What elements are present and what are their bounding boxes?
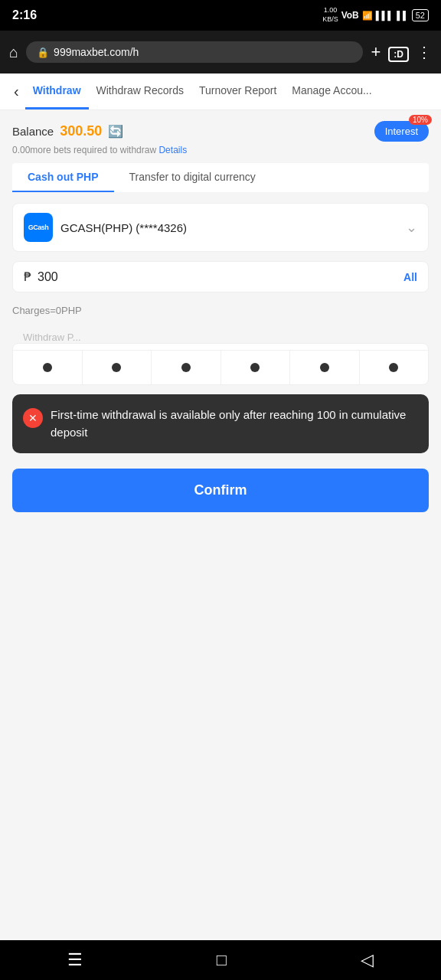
bottom-nav: ☰ □ ◁ — [0, 940, 441, 980]
sub-tab-cashout[interactable]: Cash out PHP — [12, 163, 114, 192]
tab-manage-account[interactable]: Manage Accou... — [284, 74, 379, 109]
withdraw-pw-label: Withdraw P... — [23, 332, 81, 343]
nav-tabs: ‹ Withdraw Withdraw Records Turnover Rep… — [0, 74, 441, 110]
amount-input-card: ₱ All — [12, 261, 429, 292]
tooltip-close-button[interactable]: ✕ — [23, 408, 43, 428]
balance-left: Balance 300.50 🔄 — [12, 123, 123, 139]
charges-text: Charges=0PHP — [12, 302, 429, 324]
signal-icon: ▌▌▌ — [376, 11, 394, 20]
tab-count: :D — [388, 47, 409, 62]
gcash-logo-text: GCash — [28, 224, 49, 231]
browser-home-button[interactable]: ⌂ — [9, 44, 18, 61]
payment-name: GCASH(PHP) (****4326) — [60, 221, 398, 234]
sub-tabs: Cash out PHP Transfer to digital currenc… — [12, 163, 429, 192]
interest-label: Interest — [385, 126, 418, 137]
browser-menu-button[interactable]: ⋮ — [416, 43, 432, 61]
chevron-down-icon: ⌄ — [406, 219, 417, 236]
details-link[interactable]: Details — [158, 145, 187, 155]
pin-dot-3[interactable] — [152, 351, 221, 384]
back-button[interactable]: ‹ — [8, 74, 25, 109]
withdraw-password-section: Withdraw P... — [12, 324, 429, 343]
refresh-icon[interactable]: 🔄 — [108, 124, 123, 139]
payment-method-row[interactable]: GCash GCASH(PHP) (****4326) ⌄ — [13, 204, 428, 251]
interest-badge: 10% — [409, 115, 432, 125]
lock-icon: 🔒 — [37, 47, 49, 58]
new-tab-button[interactable]: + — [371, 42, 381, 62]
status-time: 2:16 — [12, 8, 37, 22]
status-icons: 1.00KB/S VoB 📶 ▌▌▌ ▌▌ 52 — [322, 6, 429, 24]
tab-withdraw[interactable]: Withdraw — [25, 74, 89, 109]
url-bar[interactable]: 🔒 999maxbet.com/h — [26, 41, 363, 63]
main-content: ‹ Withdraw Withdraw Records Turnover Rep… — [0, 74, 441, 940]
status-bar: 2:16 1.00KB/S VoB 📶 ▌▌▌ ▌▌ 52 — [0, 0, 441, 31]
voib-icon: VoB — [341, 10, 359, 21]
browser-bar: ⌂ 🔒 999maxbet.com/h + :D ⋮ — [0, 31, 441, 74]
battery-icon: 52 — [412, 9, 429, 21]
page-body: Balance 300.50 🔄 10% Interest 0.00more b… — [0, 110, 441, 940]
browser-actions: + :D ⋮ — [371, 42, 432, 62]
peso-sign: ₱ — [24, 270, 31, 284]
balance-label: Balance — [12, 125, 54, 138]
pin-dot-5[interactable] — [290, 351, 360, 384]
tab-withdraw-records[interactable]: Withdraw Records — [89, 74, 191, 109]
pin-dot-4[interactable] — [221, 351, 291, 384]
amount-input[interactable] — [38, 270, 397, 284]
url-text: 999maxbet.com/h — [54, 46, 352, 58]
network-speed: 1.00KB/S — [322, 6, 338, 24]
balance-row: Balance 300.50 🔄 10% Interest — [12, 110, 429, 145]
confirm-button[interactable]: Confirm — [12, 469, 429, 512]
balance-value: 300.50 — [60, 123, 102, 139]
interest-button[interactable]: 10% Interest — [374, 121, 429, 142]
wifi-icon: 📶 — [362, 11, 373, 21]
bets-required-text: 0.00more bets required to withdraw Detai… — [12, 145, 429, 163]
pin-dot-6[interactable] — [360, 351, 429, 384]
signal-icon-2: ▌▌ — [397, 11, 409, 20]
all-button[interactable]: All — [403, 271, 417, 283]
bottom-menu-button[interactable]: ☰ — [67, 950, 83, 970]
tooltip-wrapper: Withdraw P... ✕ First-time withdrawal is… — [12, 324, 429, 453]
payment-method-card: GCash GCASH(PHP) (****4326) ⌄ — [12, 203, 429, 252]
pin-dot-1[interactable] — [13, 351, 83, 384]
pin-dot-2[interactable] — [83, 351, 152, 384]
tooltip-message: First-time withdrawal is available only … — [51, 407, 418, 441]
gcash-logo: GCash — [24, 213, 53, 242]
tab-switcher-button[interactable]: :D — [388, 44, 409, 61]
sub-tab-digital[interactable]: Transfer to digital currency — [114, 163, 271, 192]
tooltip-overlay: ✕ First-time withdrawal is available onl… — [12, 394, 429, 453]
bottom-home-button[interactable]: □ — [217, 950, 227, 970]
bottom-back-button[interactable]: ◁ — [361, 950, 374, 970]
pin-dots-row — [13, 350, 428, 384]
pin-dots-section — [12, 343, 429, 385]
tab-turnover-report[interactable]: Turnover Report — [191, 74, 284, 109]
